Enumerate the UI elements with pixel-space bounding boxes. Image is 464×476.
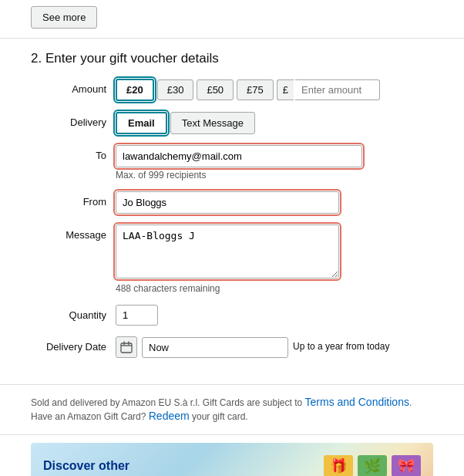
to-row: To Max. of 999 recipients (31, 145, 433, 181)
gift-card-2: 🌿 (358, 455, 387, 476)
see-more-section: See more (0, 0, 464, 39)
redeem-link[interactable]: Redeem (149, 410, 190, 422)
message-textarea[interactable]: LAA-Bloggs J (116, 224, 339, 279)
delivery-control: Email Text Message (116, 112, 433, 134)
delivery-date-note: Up to a year from today (293, 341, 389, 353)
delivery-date-control: Up to a year from today (116, 336, 433, 358)
amount-custom-input[interactable] (295, 79, 380, 100)
banner-title: Discover other (43, 459, 316, 473)
message-row: Message LAA-Bloggs J 488 characters rema… (31, 224, 433, 294)
gift-voucher-section: 2. Enter your gift voucher details Amoun… (0, 39, 464, 385)
max-recipients-note: Max. of 999 recipients (116, 170, 433, 181)
delivery-btn-email[interactable]: Email (116, 112, 167, 134)
from-control (116, 191, 433, 214)
amount-btn-30[interactable]: £30 (157, 79, 194, 100)
amount-btn-20[interactable]: £20 (116, 79, 154, 101)
message-control: LAA-Bloggs J 488 characters remaining (116, 224, 433, 294)
gift-card-3: 🎀 (392, 455, 421, 476)
to-label: To (31, 145, 116, 161)
delivery-date-label: Delivery Date (31, 336, 116, 353)
amount-control: £20 £30 £50 £75 £ (116, 79, 433, 101)
currency-symbol: £ (277, 79, 294, 100)
message-label: Message (31, 224, 116, 241)
delivery-label: Delivery (31, 112, 116, 128)
delivery-btn-text[interactable]: Text Message (170, 112, 255, 134)
svg-rect-0 (121, 343, 132, 353)
delivery-row: Delivery Email Text Message (31, 112, 433, 134)
banner-cards: 🎁 🌿 🎀 (324, 455, 421, 476)
from-label: From (31, 191, 116, 208)
quantity-control (116, 305, 433, 326)
footer-text-3: your gift card. (190, 411, 248, 422)
amount-custom-group: £ (277, 79, 380, 100)
amount-row: Amount £20 £30 £50 £75 £ (31, 79, 433, 101)
calendar-icon[interactable] (116, 336, 137, 358)
from-row: From (31, 191, 433, 214)
see-more-button[interactable]: See more (31, 6, 97, 29)
quantity-label: Quantity (31, 305, 116, 321)
to-control: Max. of 999 recipients (116, 145, 433, 181)
quantity-row: Quantity (31, 305, 433, 326)
to-input[interactable] (116, 145, 362, 167)
terms-link[interactable]: Terms and Conditions (305, 396, 409, 408)
delivery-date-input[interactable] (142, 337, 288, 358)
amount-label: Amount (31, 79, 116, 95)
quantity-input[interactable] (116, 305, 158, 326)
footer-section: Sold and delivered by Amazon EU S.à r.l.… (0, 385, 464, 435)
from-input[interactable] (116, 191, 339, 214)
banner-section: Discover other 🎁 🌿 🎀 (0, 435, 464, 476)
gift-card-1: 🎁 (324, 455, 353, 476)
amount-btn-75[interactable]: £75 (237, 79, 274, 100)
amount-btn-50[interactable]: £50 (197, 79, 234, 100)
footer-text-1: Sold and delivered by Amazon EU S.à r.l.… (31, 397, 305, 408)
delivery-date-row: Delivery Date Up to a year from today (31, 336, 433, 358)
section-title: 2. Enter your gift voucher details (31, 51, 433, 66)
chars-remaining: 488 characters remaining (116, 283, 433, 294)
discover-banner[interactable]: Discover other 🎁 🌿 🎀 (31, 443, 433, 476)
